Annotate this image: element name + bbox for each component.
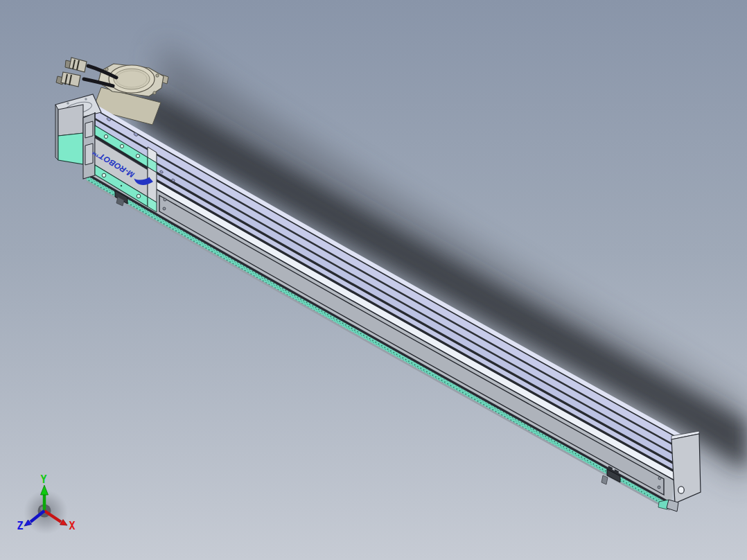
z-axis-label: Z xyxy=(17,520,23,532)
flange-bolt xyxy=(156,74,159,77)
block-hole xyxy=(85,98,87,100)
band-hole xyxy=(102,173,106,177)
end-cap-hole xyxy=(678,487,685,493)
carriage-end-mid xyxy=(148,167,157,202)
motor-cylinder-inner xyxy=(114,69,150,89)
band-hole xyxy=(136,154,139,157)
end-cap-face[interactable] xyxy=(671,434,701,503)
panel-screw xyxy=(658,486,660,489)
band-hole xyxy=(104,134,107,138)
band-hole xyxy=(137,194,141,198)
band-hole-dot xyxy=(121,185,122,186)
band-hole xyxy=(120,144,123,148)
end-block-left-edge xyxy=(55,105,58,160)
end-block-teal-face[interactable] xyxy=(58,133,83,164)
block-hole xyxy=(67,102,69,105)
end-block-front-face[interactable] xyxy=(58,105,83,136)
panel-screw xyxy=(658,477,661,480)
panel-screw xyxy=(163,207,166,210)
panel-screw xyxy=(164,198,166,201)
cad-viewport[interactable]: M-ROBOT™ Y X Z xyxy=(0,0,747,560)
x-axis-label: X xyxy=(69,520,75,532)
flange-bolt xyxy=(153,91,156,94)
flange-bolt xyxy=(105,68,108,71)
bracket-slot xyxy=(85,121,93,138)
y-axis-label: Y xyxy=(40,473,46,486)
